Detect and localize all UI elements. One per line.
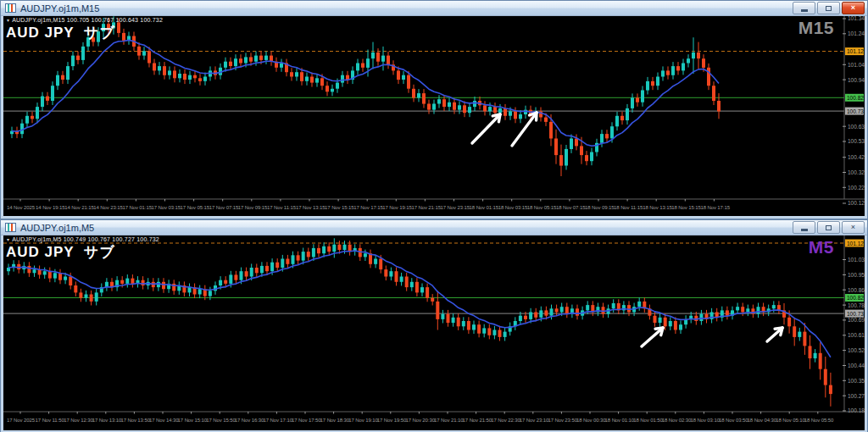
svg-text:17 Nov 19:50: 17 Nov 19:50 [377, 418, 407, 423]
chart-window-icon [5, 223, 16, 232]
svg-text:100.325: 100.325 [848, 169, 865, 175]
svg-text:101.128: 101.128 [847, 241, 865, 246]
svg-text:18 Nov 15:15: 18 Nov 15:15 [671, 205, 701, 210]
svg-text:14 Nov 23:15: 14 Nov 23:15 [93, 205, 123, 210]
svg-text:100.270: 100.270 [848, 393, 865, 399]
svg-text:18 Nov 00:30: 18 Nov 00:30 [576, 418, 606, 423]
svg-text:17 Nov 23:50: 17 Nov 23:50 [548, 418, 577, 423]
close-button[interactable]: × [842, 221, 865, 234]
svg-text:18 Nov 03:15: 18 Nov 03:15 [498, 205, 528, 210]
svg-text:100.821: 100.821 [847, 95, 865, 101]
svg-text:17 Nov 15:15: 17 Nov 15:15 [325, 205, 354, 210]
svg-text:17 Nov 13:50: 17 Nov 13:50 [120, 418, 150, 423]
restore-button[interactable] [817, 2, 840, 14]
ohlc-info-line: ▾AUDJPY.oj1m,M15 100.705 100.767 100.643… [7, 17, 163, 23]
window-controls: × [793, 2, 865, 14]
candlestick-chart-m5: 101.035100.950100.865100.780100.695100.6… [3, 235, 865, 430]
svg-text:17 Nov 12:30: 17 Nov 12:30 [64, 418, 93, 423]
collapse-caret-icon[interactable]: ▾ [7, 236, 9, 242]
svg-text:14 Nov 21:15: 14 Nov 21:15 [64, 205, 94, 210]
svg-text:17 Nov 07:15: 17 Nov 07:15 [209, 205, 239, 210]
svg-text:18 Nov 05:50: 18 Nov 05:50 [804, 418, 834, 423]
svg-text:100.120: 100.120 [848, 200, 865, 206]
svg-text:17 Nov 2025: 17 Nov 2025 [7, 418, 36, 423]
svg-text:18 Nov 01:50: 18 Nov 01:50 [633, 418, 663, 423]
svg-text:17 Nov 19:15: 17 Nov 19:15 [382, 205, 412, 210]
minimize-icon [801, 9, 808, 12]
chart-window-icon [5, 3, 16, 13]
window-title: AUDJPY.oj1m,M15 [20, 3, 99, 14]
timeframe-watermark: M5 [809, 237, 834, 258]
svg-text:17 Nov 14:30: 17 Nov 14:30 [149, 418, 179, 423]
svg-text:14 Nov 19:15: 14 Nov 19:15 [36, 205, 65, 210]
svg-text:17 Nov 17:50: 17 Nov 17:50 [292, 418, 321, 423]
svg-text:18 Nov 01:10: 18 Nov 01:10 [605, 418, 635, 423]
svg-text:100.225: 100.225 [848, 185, 865, 191]
minimize-button[interactable] [793, 2, 815, 14]
svg-text:17 Nov 13:15: 17 Nov 13:15 [296, 205, 326, 210]
svg-text:17 Nov 15:10: 17 Nov 15:10 [178, 418, 208, 423]
svg-text:18 Nov 17:15: 18 Nov 17:15 [700, 205, 730, 210]
annotation-arrow [767, 328, 782, 341]
svg-text:17 Nov 21:10: 17 Nov 21:10 [434, 418, 464, 423]
svg-text:17 Nov 16:30: 17 Nov 16:30 [235, 418, 264, 423]
svg-text:17 Nov 15:50: 17 Nov 15:50 [206, 418, 236, 423]
svg-text:17 Nov 18:30: 17 Nov 18:30 [320, 418, 350, 423]
collapse-caret-icon[interactable]: ▾ [7, 17, 9, 23]
close-button[interactable]: × [842, 2, 865, 14]
ohlc-values: AUDJPY.oj1m,M15 100.705 100.767 100.643 … [12, 17, 163, 23]
svg-text:100.732: 100.732 [847, 311, 865, 317]
svg-text:100.695: 100.695 [848, 317, 865, 323]
chart-area-m15[interactable]: 101.345101.245101.040100.940100.630100.5… [3, 16, 865, 216]
ohlc-values: AUDJPY.oj1m,M5 100.749 100.767 100.727 1… [12, 236, 159, 242]
close-icon: × [851, 4, 855, 12]
chart-window-m15: AUDJPY.oj1m,M15 × 101.345101.245101.0401… [0, 0, 868, 219]
svg-text:17 Nov 21:15: 17 Nov 21:15 [411, 205, 441, 210]
svg-text:18 Nov 02:30: 18 Nov 02:30 [662, 418, 692, 423]
svg-text:101.345: 101.345 [848, 16, 865, 21]
window-controls: × [793, 221, 865, 234]
svg-text:100.440: 100.440 [848, 363, 865, 368]
restore-button[interactable] [817, 221, 840, 234]
close-icon: × [851, 224, 855, 231]
svg-text:18 Nov 09:15: 18 Nov 09:15 [585, 205, 615, 210]
candlestick-chart-m15: 101.345101.245101.040100.940100.630100.5… [3, 16, 865, 216]
svg-text:100.865: 100.865 [848, 287, 865, 293]
svg-text:17 Nov 21:50: 17 Nov 21:50 [463, 418, 492, 423]
svg-text:17 Nov 19:10: 17 Nov 19:10 [348, 418, 378, 423]
svg-text:100.355: 100.355 [848, 378, 865, 384]
svg-text:101.040: 101.040 [848, 62, 865, 68]
svg-text:100.732: 100.732 [847, 108, 865, 114]
ohlc-info-line: ▾AUDJPY.oj1m,M5 100.749 100.767 100.727 … [7, 236, 159, 242]
svg-text:18 Nov 05:15: 18 Nov 05:15 [527, 205, 557, 210]
svg-text:101.035: 101.035 [848, 257, 865, 263]
svg-text:17 Nov 11:15: 17 Nov 11:15 [267, 205, 297, 210]
window-titlebar-m5[interactable]: AUDJPY.oj1m,M5 × [1, 220, 867, 235]
svg-text:17 Nov 22:30: 17 Nov 22:30 [491, 418, 520, 423]
svg-text:17 Nov 01:15: 17 Nov 01:15 [122, 205, 152, 210]
symbol-watermark: AUD JPY サブ [6, 23, 115, 42]
svg-text:18 Nov 01:15: 18 Nov 01:15 [470, 205, 499, 210]
svg-text:18 Nov 03:10: 18 Nov 03:10 [690, 418, 720, 423]
svg-text:18 Nov 04:30: 18 Nov 04:30 [748, 418, 777, 423]
svg-text:17 Nov 13:10: 17 Nov 13:10 [92, 418, 122, 423]
chart-area-m5[interactable]: 101.035100.950100.865100.780100.695100.6… [3, 235, 865, 430]
svg-text:100.525: 100.525 [848, 347, 865, 353]
svg-text:17 Nov 17:15: 17 Nov 17:15 [353, 205, 383, 210]
svg-text:100.940: 100.940 [848, 77, 865, 83]
svg-text:14 Nov 2025: 14 Nov 2025 [7, 205, 36, 210]
restore-icon [826, 6, 832, 11]
svg-text:18 Nov 11:15: 18 Nov 11:15 [614, 205, 643, 210]
svg-text:100.821: 100.821 [847, 295, 865, 301]
annotation-arrow [642, 328, 663, 346]
svg-text:18 Nov 13:15: 18 Nov 13:15 [643, 205, 672, 210]
minimize-button[interactable] [793, 221, 815, 234]
window-titlebar-m15[interactable]: AUDJPY.oj1m,M15 × [1, 1, 867, 16]
svg-text:17 Nov 03:15: 17 Nov 03:15 [152, 205, 181, 210]
svg-text:18 Nov 03:50: 18 Nov 03:50 [719, 418, 748, 423]
svg-text:17 Nov 05:15: 17 Nov 05:15 [181, 205, 210, 210]
svg-text:100.530: 100.530 [848, 138, 865, 144]
svg-text:17 Nov 09:15: 17 Nov 09:15 [238, 205, 268, 210]
annotation-arrow [472, 114, 500, 143]
window-title: AUDJPY.oj1m,M5 [20, 223, 94, 233]
